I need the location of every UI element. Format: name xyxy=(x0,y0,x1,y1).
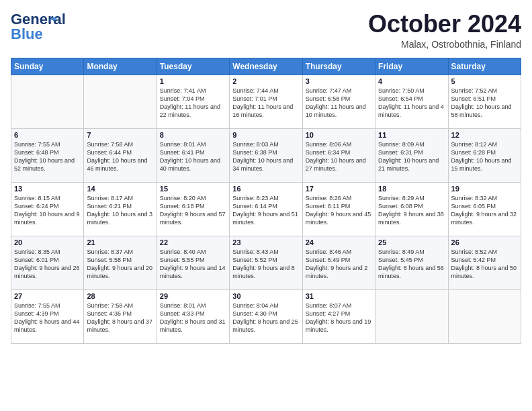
calendar-cell: 18Sunrise: 8:29 AMSunset: 6:08 PMDayligh… xyxy=(375,182,448,236)
weekday-header-cell: Wednesday xyxy=(230,58,302,75)
day-number: 6 xyxy=(14,131,81,139)
day-number: 28 xyxy=(87,292,153,300)
calendar-cell: 31Sunrise: 8:07 AMSunset: 4:27 PMDayligh… xyxy=(302,289,375,343)
day-number: 9 xyxy=(232,131,299,139)
cell-details: Sunrise: 8:23 AMSunset: 6:14 PMDaylight:… xyxy=(232,194,299,227)
calendar-cell: 27Sunrise: 7:55 AMSunset: 4:39 PMDayligh… xyxy=(11,289,84,343)
calendar-cell: 9Sunrise: 8:03 AMSunset: 6:38 PMDaylight… xyxy=(230,128,302,182)
day-number: 5 xyxy=(451,77,518,85)
day-number: 1 xyxy=(160,77,226,85)
day-number: 22 xyxy=(160,238,226,246)
calendar-week-row: 1Sunrise: 7:41 AMSunset: 7:04 PMDaylight… xyxy=(11,75,521,128)
day-number: 17 xyxy=(306,185,372,193)
calendar-cell: 8Sunrise: 8:01 AMSunset: 6:41 PMDaylight… xyxy=(157,128,229,182)
day-number: 26 xyxy=(451,238,518,246)
calendar-cell xyxy=(448,289,521,343)
calendar-cell: 11Sunrise: 8:09 AMSunset: 6:31 PMDayligh… xyxy=(375,128,448,182)
cell-details: Sunrise: 8:43 AMSunset: 5:52 PMDaylight:… xyxy=(232,248,299,281)
calendar-cell: 6Sunrise: 7:55 AMSunset: 6:48 PMDaylight… xyxy=(11,128,84,182)
cell-details: Sunrise: 8:32 AMSunset: 6:05 PMDaylight:… xyxy=(451,194,518,227)
day-number: 18 xyxy=(378,185,445,193)
cell-details: Sunrise: 8:01 AMSunset: 6:41 PMDaylight:… xyxy=(160,140,226,173)
month-title: October 2024 xyxy=(368,11,521,38)
cell-details: Sunrise: 7:44 AMSunset: 7:01 PMDaylight:… xyxy=(232,87,299,120)
day-number: 20 xyxy=(14,238,81,246)
day-number: 10 xyxy=(306,131,372,139)
calendar-cell: 5Sunrise: 7:52 AMSunset: 6:51 PMDaylight… xyxy=(448,75,521,128)
cell-details: Sunrise: 7:47 AMSunset: 6:58 PMDaylight:… xyxy=(306,87,372,120)
calendar-cell: 15Sunrise: 8:20 AMSunset: 6:18 PMDayligh… xyxy=(157,182,229,236)
calendar-cell: 12Sunrise: 8:12 AMSunset: 6:28 PMDayligh… xyxy=(448,128,521,182)
calendar-body: 1Sunrise: 7:41 AMSunset: 7:04 PMDaylight… xyxy=(11,75,521,343)
title-area: October 2024 Malax, Ostrobothnia, Finlan… xyxy=(368,11,521,50)
cell-details: Sunrise: 8:26 AMSunset: 6:11 PMDaylight:… xyxy=(306,194,372,227)
cell-details: Sunrise: 8:20 AMSunset: 6:18 PMDaylight:… xyxy=(160,194,226,227)
calendar-cell xyxy=(11,75,84,128)
cell-details: Sunrise: 8:52 AMSunset: 5:42 PMDaylight:… xyxy=(451,248,518,281)
cell-details: Sunrise: 7:55 AMSunset: 6:48 PMDaylight:… xyxy=(14,140,81,173)
day-number: 16 xyxy=(232,185,299,193)
cell-details: Sunrise: 7:58 AMSunset: 6:44 PMDaylight:… xyxy=(87,140,153,173)
day-number: 15 xyxy=(160,185,226,193)
day-number: 8 xyxy=(160,131,226,139)
calendar-week-row: 13Sunrise: 8:15 AMSunset: 6:24 PMDayligh… xyxy=(11,182,521,236)
cell-details: Sunrise: 7:55 AMSunset: 4:39 PMDaylight:… xyxy=(14,302,81,334)
calendar-cell: 25Sunrise: 8:49 AMSunset: 5:45 PMDayligh… xyxy=(375,236,448,289)
weekday-header-cell: Saturday xyxy=(448,58,521,75)
day-number: 3 xyxy=(306,77,372,85)
calendar-cell xyxy=(375,289,448,343)
cell-details: Sunrise: 8:06 AMSunset: 6:34 PMDaylight:… xyxy=(306,140,372,173)
calendar-cell: 7Sunrise: 7:58 AMSunset: 6:44 PMDaylight… xyxy=(84,128,157,182)
calendar-cell: 3Sunrise: 7:47 AMSunset: 6:58 PMDaylight… xyxy=(302,75,375,128)
cell-details: Sunrise: 8:01 AMSunset: 4:33 PMDaylight:… xyxy=(160,302,226,334)
weekday-header-cell: Monday xyxy=(84,58,157,75)
cell-details: Sunrise: 8:49 AMSunset: 5:45 PMDaylight:… xyxy=(378,248,445,281)
weekday-header-cell: Thursday xyxy=(302,58,375,75)
calendar-week-row: 20Sunrise: 8:35 AMSunset: 6:01 PMDayligh… xyxy=(11,236,521,289)
calendar-cell: 2Sunrise: 7:44 AMSunset: 7:01 PMDaylight… xyxy=(230,75,302,128)
day-number: 31 xyxy=(306,292,372,300)
cell-details: Sunrise: 7:41 AMSunset: 7:04 PMDaylight:… xyxy=(160,87,226,120)
day-number: 13 xyxy=(14,185,81,193)
day-number: 25 xyxy=(378,238,445,246)
logo-blue: Blue xyxy=(11,26,43,43)
day-number: 23 xyxy=(232,238,299,246)
cell-details: Sunrise: 8:35 AMSunset: 6:01 PMDaylight:… xyxy=(14,248,81,281)
location-subtitle: Malax, Ostrobothnia, Finland xyxy=(368,39,521,50)
calendar-cell: 4Sunrise: 7:50 AMSunset: 6:54 PMDaylight… xyxy=(375,75,448,128)
cell-details: Sunrise: 7:52 AMSunset: 6:51 PMDaylight:… xyxy=(451,87,518,120)
day-number: 30 xyxy=(232,292,299,300)
calendar-cell: 16Sunrise: 8:23 AMSunset: 6:14 PMDayligh… xyxy=(230,182,302,236)
day-number: 29 xyxy=(160,292,226,300)
cell-details: Sunrise: 8:17 AMSunset: 6:21 PMDaylight:… xyxy=(87,194,153,227)
day-number: 12 xyxy=(451,131,518,139)
calendar-cell: 26Sunrise: 8:52 AMSunset: 5:42 PMDayligh… xyxy=(448,236,521,289)
calendar-cell: 17Sunrise: 8:26 AMSunset: 6:11 PMDayligh… xyxy=(302,182,375,236)
calendar-cell: 1Sunrise: 7:41 AMSunset: 7:04 PMDaylight… xyxy=(157,75,229,128)
calendar-cell xyxy=(84,75,157,128)
cell-details: Sunrise: 8:29 AMSunset: 6:08 PMDaylight:… xyxy=(378,194,445,227)
cell-details: Sunrise: 8:03 AMSunset: 6:38 PMDaylight:… xyxy=(232,140,299,173)
calendar-cell: 20Sunrise: 8:35 AMSunset: 6:01 PMDayligh… xyxy=(11,236,84,289)
calendar-cell: 22Sunrise: 8:40 AMSunset: 5:55 PMDayligh… xyxy=(157,236,229,289)
weekday-header-cell: Tuesday xyxy=(157,58,229,75)
cell-details: Sunrise: 7:58 AMSunset: 4:36 PMDaylight:… xyxy=(87,302,153,334)
day-number: 14 xyxy=(87,185,153,193)
logo-bird-icon xyxy=(46,13,59,27)
day-number: 2 xyxy=(232,77,299,85)
weekday-header-row: SundayMondayTuesdayWednesdayThursdayFrid… xyxy=(11,58,521,75)
day-number: 7 xyxy=(87,131,153,139)
weekday-header-cell: Friday xyxy=(375,58,448,75)
calendar-cell: 28Sunrise: 7:58 AMSunset: 4:36 PMDayligh… xyxy=(84,289,157,343)
calendar-cell: 14Sunrise: 8:17 AMSunset: 6:21 PMDayligh… xyxy=(84,182,157,236)
calendar-cell: 10Sunrise: 8:06 AMSunset: 6:34 PMDayligh… xyxy=(302,128,375,182)
calendar-cell: 30Sunrise: 8:04 AMSunset: 4:30 PMDayligh… xyxy=(230,289,302,343)
calendar-cell: 13Sunrise: 8:15 AMSunset: 6:24 PMDayligh… xyxy=(11,182,84,236)
calendar-week-row: 27Sunrise: 7:55 AMSunset: 4:39 PMDayligh… xyxy=(11,289,521,343)
day-number: 27 xyxy=(14,292,81,300)
calendar-cell: 23Sunrise: 8:43 AMSunset: 5:52 PMDayligh… xyxy=(230,236,302,289)
calendar-table: SundayMondayTuesdayWednesdayThursdayFrid… xyxy=(11,58,521,344)
calendar-cell: 24Sunrise: 8:46 AMSunset: 5:49 PMDayligh… xyxy=(302,236,375,289)
calendar-cell: 19Sunrise: 8:32 AMSunset: 6:05 PMDayligh… xyxy=(448,182,521,236)
cell-details: Sunrise: 8:37 AMSunset: 5:58 PMDaylight:… xyxy=(87,248,153,281)
